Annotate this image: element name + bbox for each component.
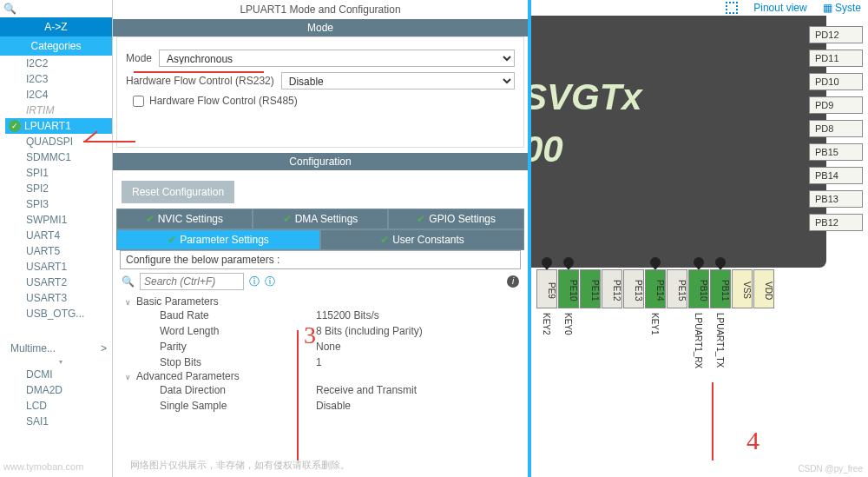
pin[interactable]: PE14 [645,269,666,308]
pin[interactable]: PB14 [809,167,863,184]
search-icon: 🔍 [122,275,135,288]
mode-body: Mode Asynchronous Hardware Flow Control … [116,36,524,148]
pin[interactable]: VDD [753,269,774,308]
list-item[interactable]: LCD [5,398,112,414]
panel-title: LPUART1 Mode and Configuration [113,0,528,19]
list-item[interactable]: USART1 [5,259,112,275]
list-item[interactable]: USB_OTG... [5,306,112,321]
pin[interactable]: PE9 [536,269,557,308]
mode-label: Mode [126,52,152,64]
annotation-line [297,330,299,460]
peripheral-search[interactable]: 🔍 [0,0,112,17]
annotation-line [712,382,713,460]
annotation-mark [134,71,264,73]
check-icon: ✔ [146,213,155,225]
check-icon: ✔ [417,213,425,225]
pin[interactable]: VSS [732,269,753,308]
list-item[interactable]: SPI1 [5,165,112,181]
config-body: Reset Configuration ✔NVIC Settings ✔DMA … [113,170,528,421]
nav-icon[interactable]: ⓘ [249,275,260,289]
pin[interactable]: PE12 [602,269,622,308]
category-multimedia[interactable]: Multime...> [5,339,112,358]
sort-az-tab[interactable]: A->Z [0,17,112,36]
tab-nvic[interactable]: ✔NVIC Settings [116,209,253,229]
pin[interactable]: PB10 [688,269,709,308]
pin-label: LPUART1_TX [715,313,725,368]
categories-tab[interactable]: Categories [0,36,112,56]
check-icon: ✔ [380,234,389,246]
list-item[interactable]: SPI2 [5,181,112,196]
pin[interactable]: PB13 [809,190,863,208]
list-item[interactable]: I2C4 [5,87,112,103]
chevron-down-icon: ∨ [125,373,131,381]
peripheral-list: I2C2 I2C3 I2C4 IRTIM ✓LPUART1 QUADSPI SD… [0,56,112,477]
list-item[interactable]: IRTIM [5,103,112,118]
basic-params-header[interactable]: ∨Basic Parameters [125,295,516,308]
list-item[interactable]: I2C3 [5,71,112,87]
list-item[interactable]: UART4 [5,228,112,243]
hwflow-label: Hardware Flow Control (RS232) [126,75,274,87]
pin[interactable]: PD12 [809,26,863,43]
pin[interactable]: PD9 [809,96,863,114]
list-item[interactable]: DMA2D [5,382,112,398]
pin[interactable]: PB12 [809,214,863,231]
item-label: LPUART1 [24,120,71,132]
param-row[interactable]: Word Length8 Bits (including Parity) [125,323,516,339]
tab-gpio[interactable]: ✔GPIO Settings [388,209,524,229]
chip-body[interactable]: SVGTx 00 [531,16,826,268]
pin[interactable]: PD8 [809,120,863,137]
search-icon: 🔍 [3,3,16,15]
pin-label: KEY2 [542,313,551,335]
check-icon: ✔ [168,234,176,246]
mode-select[interactable]: Asynchronous [159,50,515,67]
nav-icon[interactable]: ⓘ [265,275,275,289]
list-item[interactable]: SPI3 [5,196,112,212]
annotation-4: 4 [746,426,760,455]
pin[interactable]: PB15 [809,143,863,161]
pin[interactable]: PB11 [710,269,731,308]
check-icon: ✔ [283,213,292,225]
pinout-panel: Pinout view ▦ Syste SVGTx 00 PD12 PD11 P… [531,0,868,477]
param-row[interactable]: ParityNone [125,339,516,354]
watermark: 网络图片仅供展示，非存储，如有侵权请联系删除。 [130,459,350,472]
list-item[interactable]: SAI1 [5,414,112,429]
pin-label: KEY0 [563,313,573,335]
advanced-params-header[interactable]: ∨Advanced Parameters [125,370,516,382]
list-item[interactable]: DCMI [5,367,112,382]
info-icon[interactable]: i [507,275,519,288]
list-item[interactable]: SDMMC1 [5,149,112,165]
list-item[interactable]: UART5 [5,243,112,259]
pinout-tab[interactable]: Pinout view [753,2,806,14]
search-input[interactable] [20,3,108,14]
pin[interactable]: PD11 [809,50,863,67]
pin[interactable]: PE10 [558,269,579,308]
param-row[interactable]: Stop Bits1 [125,354,516,370]
pin[interactable]: PD10 [809,73,863,90]
list-item[interactable]: USART2 [5,275,112,290]
tab-dma[interactable]: ✔DMA Settings [253,209,389,229]
param-row[interactable]: Single SampleDisable [125,398,516,414]
pins-right: PD12 PD11 PD10 PD9 PD8 PB15 PB14 PB13 PB… [809,26,863,237]
list-item[interactable]: USART3 [5,290,112,306]
hw485-checkbox[interactable] [133,96,144,107]
mode-header: Mode [113,19,528,36]
list-item[interactable]: I2C2 [5,56,112,71]
config-header: Configuration [113,153,528,170]
param-row[interactable]: Data DirectionReceive and Transmit [125,382,516,398]
pinout-icon [726,2,738,14]
param-row[interactable]: Baud Rate115200 Bits/s [125,308,516,323]
pin[interactable]: PE15 [667,269,687,308]
param-search-input[interactable] [140,273,244,290]
pin[interactable]: PE11 [580,269,601,308]
annotation-mark [83,141,135,142]
list-item[interactable]: SWPMI1 [5,212,112,228]
tab-parameter[interactable]: ✔Parameter Settings [116,229,320,250]
pin[interactable]: PE13 [623,269,644,308]
hwflow-select[interactable]: Disable [281,72,515,89]
pin-label: LPUART1_RX [694,313,703,368]
tab-user-constants[interactable]: ✔User Constants [320,229,524,250]
chip-label: SVGTx [531,76,642,118]
reset-button[interactable]: Reset Configuration [122,181,234,203]
config-hint: Configure the below parameters : [120,250,521,269]
system-tab[interactable]: ▦ Syste [823,2,861,14]
